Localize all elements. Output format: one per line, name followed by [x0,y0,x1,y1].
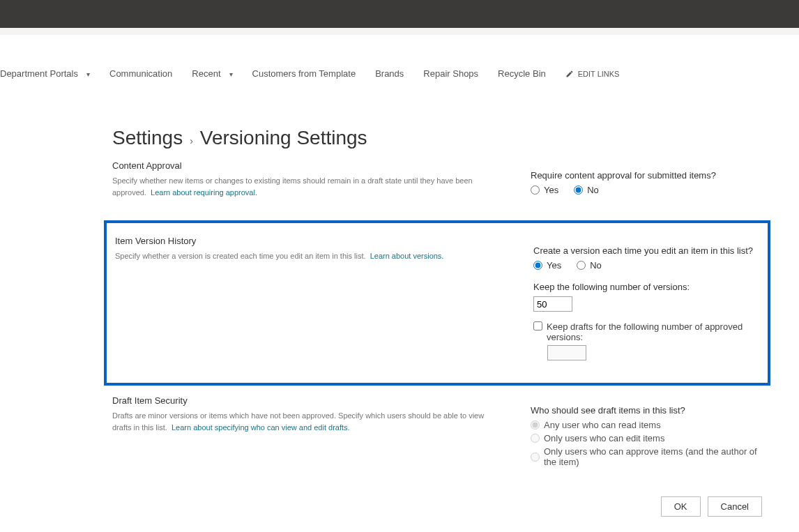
highlighted-section: Item Version History Specify whether a v… [104,220,770,386]
nav-recent[interactable]: Recent [192,68,232,79]
chevron-down-icon [227,68,233,79]
section-title: Draft Item Security [112,395,503,406]
ok-button[interactable]: OK [661,496,701,517]
pencil-icon [565,70,574,78]
keep-versions-input[interactable] [533,296,572,312]
ribbon-bar [0,28,799,35]
nav-repair-shops[interactable]: Repair Shops [423,68,478,79]
suite-bar [0,0,799,28]
approval-no-radio[interactable]: No [574,185,599,195]
edit-links-button[interactable]: EDIT LINKS [565,70,620,78]
approval-yes-radio[interactable]: Yes [531,185,558,195]
button-row: OK Cancel [112,496,762,517]
top-nav: Department Portals Communication Recent … [0,63,799,85]
section-title: Item Version History [115,236,505,246]
breadcrumb-current: Versioning Settings [200,127,367,149]
nav-label: Department Portals [0,68,78,79]
breadcrumb-parent[interactable]: Settings [112,127,183,149]
nav-communication[interactable]: Communication [109,68,172,79]
page-content: Settings › Versioning Settings Content A… [37,85,762,532]
version-no-radio[interactable]: No [577,260,602,271]
version-question: Create a version each time you edit an i… [533,245,759,256]
breadcrumb: Settings › Versioning Settings [112,127,762,149]
keep-drafts-checkbox[interactable] [533,321,542,330]
nav-customers-template[interactable]: Customers from Template [252,68,356,79]
nav-recycle-bin[interactable]: Recycle Bin [498,68,546,79]
draft-question: Who should see draft items in this list? [531,405,762,416]
chevron-down-icon [84,68,90,79]
section-description: Specify whether a version is created eac… [115,250,505,262]
keep-versions-label: Keep the following number of versions: [533,282,759,292]
keep-drafts-input [547,345,586,360]
section-description: Specify whether new items or changes to … [112,175,503,198]
nav-brands[interactable]: Brands [375,68,404,79]
section-title: Content Approval [112,160,503,171]
cancel-button[interactable]: Cancel [708,496,762,517]
keep-drafts-label: Keep drafts for the following number of … [547,321,759,342]
approval-question: Require content approval for submitted i… [531,170,762,181]
learn-drafts-link[interactable]: Learn about specifying who can view and … [172,423,350,432]
draft-edit-users-radio: Only users who can edit items [531,433,762,443]
chevron-right-icon: › [190,135,193,146]
section-version-history: Item Version History Specify whether a v… [107,230,768,370]
draft-approve-users-radio: Only users who can approve items (and th… [531,446,762,467]
learn-approval-link[interactable]: Learn about requiring approval. [151,188,257,197]
edit-links-label: EDIT LINKS [578,70,620,78]
section-description: Drafts are minor versions or items which… [112,410,503,433]
learn-versions-link[interactable]: Learn about versions. [370,252,444,260]
section-content-approval: Content Approval Specify whether new ite… [112,155,762,216]
nav-department-portals[interactable]: Department Portals [0,68,90,79]
version-yes-radio[interactable]: Yes [533,260,561,271]
section-draft-security: Draft Item Security Drafts are minor ver… [112,390,762,477]
nav-label: Recent [192,68,220,79]
draft-any-user-radio: Any user who can read items [531,420,762,430]
